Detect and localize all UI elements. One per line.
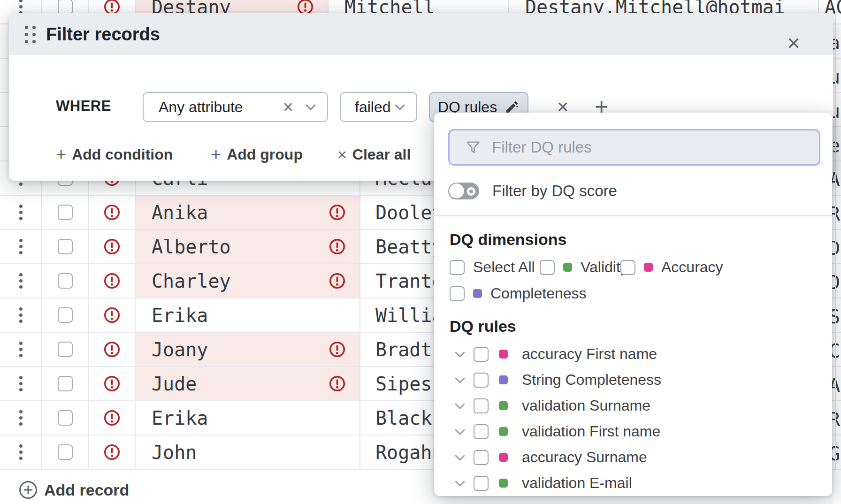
kebab-menu-icon[interactable] xyxy=(19,0,23,15)
chevron-expand-icon[interactable] xyxy=(453,425,467,439)
dq-rule-item[interactable]: String Completeness xyxy=(453,371,661,389)
rule-color-dot xyxy=(499,427,508,436)
drag-handle-icon[interactable] xyxy=(25,26,36,43)
row-checkbox[interactable] xyxy=(58,307,73,323)
cell-first-name: Charley xyxy=(152,270,231,292)
rule-color-dot xyxy=(499,350,508,359)
row-checkbox[interactable] xyxy=(58,342,73,357)
add-record-button[interactable]: Add record xyxy=(19,481,129,499)
checkbox[interactable] xyxy=(620,260,635,275)
plus-icon: + xyxy=(211,145,221,163)
dq-rule-item[interactable]: accuracy First name xyxy=(453,345,657,363)
add-group-button[interactable]: + Add group xyxy=(211,145,303,163)
dq-score-toggle[interactable] xyxy=(448,183,479,199)
checkbox[interactable] xyxy=(474,424,489,439)
cell-first-name: Anika xyxy=(152,202,208,223)
cell-first-name: Erika xyxy=(152,305,208,326)
clear-all-button[interactable]: × Clear all xyxy=(337,145,411,163)
where-label: WHERE xyxy=(56,98,111,115)
checkbox[interactable] xyxy=(474,347,489,362)
chevron-down-icon xyxy=(393,100,407,114)
error-icon xyxy=(104,375,120,392)
clear-all-label: Clear all xyxy=(352,146,411,163)
clear-icon: × xyxy=(337,145,347,163)
cell-surname: Rogahn xyxy=(375,442,443,463)
checkbox[interactable] xyxy=(540,260,555,275)
dq-rule-item[interactable]: accuracy Surname xyxy=(453,449,647,466)
select-all-checkbox[interactable]: Select All xyxy=(450,259,535,276)
dimension-color-dot xyxy=(563,263,572,272)
kebab-menu-icon[interactable] xyxy=(19,410,23,426)
add-group-label: Add group xyxy=(227,146,303,163)
chevron-expand-icon[interactable] xyxy=(453,399,467,413)
dialog-title: Filter records xyxy=(46,24,160,45)
row-checkbox[interactable] xyxy=(58,376,73,391)
filter-dq-rules-input[interactable]: Filter DQ rules xyxy=(448,129,820,166)
dq-score-toggle-label: Filter by DQ score xyxy=(492,182,617,200)
column-border xyxy=(835,13,836,470)
add-condition-button[interactable]: + Add condition xyxy=(56,145,173,163)
chevron-expand-icon[interactable] xyxy=(453,476,467,490)
row-checkbox[interactable] xyxy=(58,444,73,460)
dq-dimensions-title: DQ dimensions xyxy=(450,230,566,249)
dq-rule-item[interactable]: validation First name xyxy=(453,423,660,440)
dimension-color-dot xyxy=(644,263,653,272)
row-checkbox[interactable] xyxy=(58,239,73,254)
rule-label: accuracy Surname xyxy=(522,449,647,466)
kebab-menu-icon[interactable] xyxy=(19,342,23,357)
dq-rules-title: DQ rules xyxy=(450,317,516,336)
checkbox[interactable] xyxy=(474,476,489,491)
screen: Destany Mitchell Destany.Mitchell@hotmai… xyxy=(0,0,841,504)
error-icon xyxy=(104,410,120,426)
dq-score-toggle-row: Filter by DQ score xyxy=(448,182,617,200)
error-icon xyxy=(329,238,345,255)
kebab-menu-icon[interactable] xyxy=(19,205,23,220)
dimension-completeness[interactable]: Completeness xyxy=(450,285,587,302)
cell-surname: Black xyxy=(375,407,432,429)
kebab-menu-icon[interactable] xyxy=(19,239,23,254)
cell-first-name: Jude xyxy=(152,373,197,395)
row-checkbox[interactable] xyxy=(58,0,73,15)
rule-label: validation Surname xyxy=(522,397,650,414)
dq-rule-item[interactable]: validation Surname xyxy=(453,397,650,414)
attribute-value: Any attribute xyxy=(159,99,283,116)
select-all-label: Select All xyxy=(473,259,535,276)
dimension-validity[interactable]: Validity xyxy=(540,259,628,276)
chevron-expand-icon[interactable] xyxy=(453,451,467,465)
rule-color-dot xyxy=(499,401,508,410)
clear-attribute-icon[interactable]: × xyxy=(283,97,293,117)
error-icon xyxy=(104,341,120,358)
close-icon[interactable]: × xyxy=(787,32,800,54)
error-icon xyxy=(329,204,345,221)
kebab-menu-icon[interactable] xyxy=(19,376,23,391)
error-icon xyxy=(104,307,120,323)
dimension-label: Accuracy xyxy=(661,259,723,276)
dimension-label: Completeness xyxy=(490,285,587,302)
cell-first-name: Alberto xyxy=(152,236,231,258)
rule-color-dot xyxy=(499,453,508,462)
checkbox[interactable] xyxy=(474,373,489,388)
dimension-accuracy[interactable]: Accuracy xyxy=(620,259,723,276)
checkbox[interactable] xyxy=(450,286,465,301)
checkbox[interactable] xyxy=(450,260,465,275)
kebab-menu-icon[interactable] xyxy=(19,273,23,289)
funnel-icon xyxy=(465,139,482,156)
add-record-label: Add record xyxy=(44,481,129,499)
dq-rule-item[interactable]: validation E-mail xyxy=(453,474,632,492)
rule-label: validation E-mail xyxy=(522,474,632,492)
row-checkbox[interactable] xyxy=(58,410,73,426)
checkbox[interactable] xyxy=(474,398,489,413)
kebab-menu-icon[interactable] xyxy=(19,444,23,460)
row-checkbox[interactable] xyxy=(58,205,73,220)
checkbox[interactable] xyxy=(474,450,489,465)
row-checkbox[interactable] xyxy=(58,273,73,289)
chevron-expand-icon[interactable] xyxy=(453,373,467,387)
attribute-select[interactable]: Any attribute × xyxy=(143,92,328,122)
rule-label: validation First name xyxy=(522,423,660,440)
error-icon xyxy=(329,375,345,392)
kebab-menu-icon[interactable] xyxy=(19,307,23,323)
operator-select[interactable]: failed xyxy=(340,92,417,122)
dialog-header: Filter records × xyxy=(9,13,833,55)
chevron-expand-icon[interactable] xyxy=(453,347,467,361)
error-icon xyxy=(104,238,120,255)
